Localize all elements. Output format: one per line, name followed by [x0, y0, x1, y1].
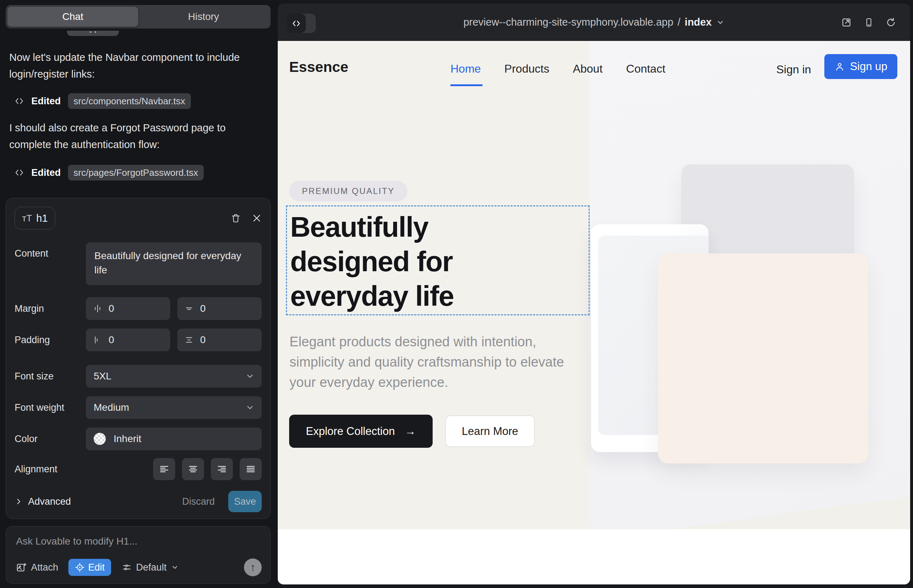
premium-quality-badge: PREMIUM QUALITY: [289, 181, 407, 202]
tab-chat[interactable]: Chat: [8, 7, 138, 27]
lovable-chat-panel: Chat History Now let's update the Navbar…: [0, 0, 278, 588]
margin-vertical-icon: [185, 304, 194, 313]
close-icon[interactable]: [252, 213, 262, 223]
align-justify-button[interactable]: [240, 458, 262, 480]
element-tag-label: h1: [36, 213, 48, 224]
scrolled-chip-partial: [67, 31, 119, 36]
color-label: Color: [15, 433, 86, 444]
site-logo[interactable]: Essence: [289, 59, 348, 76]
padding-horizontal-icon: [93, 335, 102, 344]
code-icon: [14, 168, 24, 178]
content-label: Content: [15, 242, 86, 259]
edited-file-row[interactable]: Edited src/pages/ForgotPassword.tsx: [14, 165, 204, 181]
nav-link-contact[interactable]: Contact: [626, 62, 665, 76]
active-nav-underline: [450, 84, 482, 86]
default-mode-selector[interactable]: Default: [122, 562, 179, 573]
attach-image-icon: [16, 562, 27, 573]
advanced-label: Advanced: [28, 496, 71, 507]
send-button[interactable]: ↑: [244, 559, 262, 576]
code-icon: [14, 96, 24, 106]
chevron-down-icon: [245, 403, 254, 412]
padding-x-input[interactable]: 0: [86, 328, 170, 351]
assistant-message: I should also create a Forgot Password p…: [9, 120, 262, 153]
edit-mode-button[interactable]: Edit: [68, 559, 112, 576]
sliders-icon: [122, 562, 132, 572]
padding-vertical-icon: [185, 335, 194, 344]
sign-in-link[interactable]: Sign in: [776, 63, 811, 76]
arrow-right-icon: →: [405, 425, 416, 438]
hero-heading[interactable]: Beautifully designed for everyday life: [290, 210, 539, 313]
attach-button[interactable]: Attach: [16, 562, 58, 573]
open-external-icon[interactable]: [841, 17, 852, 28]
chevron-down-icon[interactable]: [716, 18, 725, 27]
alignment-label: Alignment: [15, 464, 86, 475]
save-button[interactable]: Save: [228, 491, 262, 512]
color-select[interactable]: Inherit: [86, 428, 262, 450]
url-bar[interactable]: preview--charming-site-symphony.lovable.…: [278, 3, 910, 41]
selected-element-pill[interactable]: тT h1: [15, 207, 55, 229]
preview-browser-frame: preview--charming-site-symphony.lovable.…: [278, 3, 910, 585]
url-path: index: [685, 16, 712, 28]
padding-y-input[interactable]: 0: [177, 328, 262, 351]
learn-more-button[interactable]: Learn More: [445, 415, 535, 447]
file-chip[interactable]: src/components/Navbar.tsx: [68, 93, 191, 109]
content-input[interactable]: Beautifully designed for everyday life: [86, 242, 262, 285]
margin-x-input[interactable]: 0: [86, 297, 170, 320]
margin-horizontal-icon: [93, 304, 102, 313]
sign-up-button[interactable]: Sign up: [824, 54, 897, 79]
padding-label: Padding: [15, 334, 86, 346]
align-center-button[interactable]: [182, 458, 204, 480]
font-weight-select[interactable]: Medium: [86, 396, 262, 419]
chat-composer[interactable]: Ask Lovable to modify H1... Attach Edit …: [6, 526, 270, 584]
file-chip[interactable]: src/pages/ForgotPassword.tsx: [68, 165, 204, 181]
site-viewport: Essence Home Products About Contact Sign…: [278, 41, 910, 585]
delete-element-icon[interactable]: [230, 213, 241, 223]
mobile-view-icon[interactable]: [864, 18, 874, 27]
align-right-button[interactable]: [211, 458, 233, 480]
font-weight-label: Font weight: [15, 402, 86, 413]
url-domain: preview--charming-site-symphony.lovable.…: [463, 16, 673, 28]
element-editor-panel: тT h1 Content Beautifully designed for e…: [6, 198, 270, 519]
font-size-select[interactable]: 5XL: [86, 365, 262, 388]
align-left-button[interactable]: [153, 458, 175, 480]
margin-label: Margin: [15, 303, 86, 314]
hero-shape-beige: [658, 254, 868, 464]
edited-label: Edited: [31, 96, 61, 107]
refresh-icon[interactable]: [886, 18, 896, 27]
chevron-down-icon: [171, 564, 179, 571]
composer-input[interactable]: Ask Lovable to modify H1...: [16, 536, 260, 547]
edited-label: Edited: [31, 167, 61, 178]
discard-button[interactable]: Discard: [182, 496, 215, 507]
font-size-label: Font size: [15, 371, 86, 382]
chevron-down-icon: [245, 372, 254, 381]
color-swatch: [94, 433, 106, 445]
nav-link-home[interactable]: Home: [450, 62, 481, 76]
nav-link-products[interactable]: Products: [504, 62, 549, 76]
target-icon: [75, 562, 85, 572]
assistant-message: Now let's update the Navbar component to…: [9, 49, 262, 82]
chat-history-tabs: Chat History: [6, 5, 270, 29]
typography-icon: тT: [22, 213, 32, 224]
site-navbar: Essence Home Products About Contact Sign…: [278, 41, 910, 100]
nav-link-about[interactable]: About: [573, 62, 603, 76]
tab-history[interactable]: History: [138, 7, 269, 27]
advanced-toggle[interactable]: Advanced: [15, 496, 71, 507]
browser-chrome: preview--charming-site-symphony.lovable.…: [278, 3, 910, 41]
edited-file-row[interactable]: Edited src/components/Navbar.tsx: [14, 93, 191, 109]
hero-description: Elegant products designed with intention…: [290, 332, 578, 393]
margin-y-input[interactable]: 0: [177, 297, 262, 320]
user-icon: [834, 61, 845, 72]
explore-collection-button[interactable]: Explore Collection →: [289, 415, 433, 448]
